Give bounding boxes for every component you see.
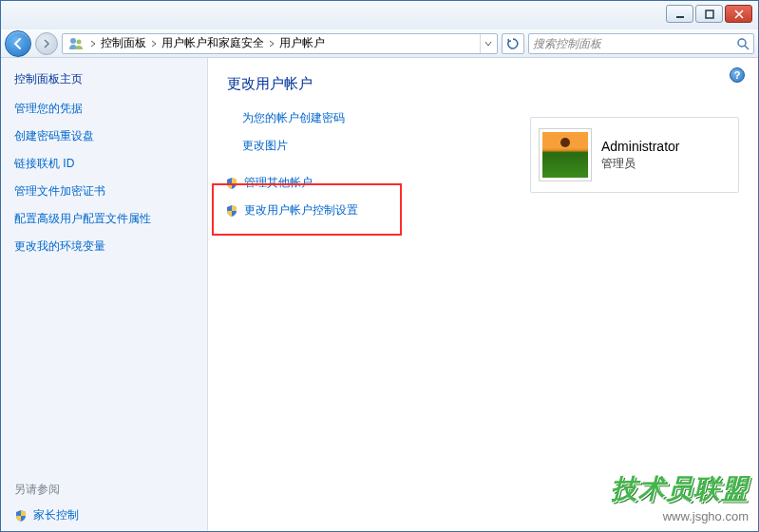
chevron-right-icon [268, 40, 275, 48]
close-button[interactable] [725, 5, 752, 23]
sidebar-footer-link[interactable]: 家长控制 [14, 507, 194, 523]
sidebar-link-credentials[interactable]: 管理您的凭据 [14, 101, 194, 117]
minimize-icon [675, 10, 685, 19]
svg-rect-1 [706, 10, 713, 18]
sidebar-link-password-reset[interactable]: 创建密码重设盘 [14, 128, 194, 144]
search-box[interactable] [528, 33, 754, 54]
help-button[interactable]: ? [730, 67, 745, 83]
link-label: 更改用户帐户控制设置 [244, 202, 358, 218]
page-heading: 更改用户帐户 [227, 75, 739, 93]
arrow-right-icon [42, 39, 51, 48]
maximize-button[interactable] [695, 5, 723, 23]
link-change-uac-settings[interactable]: 更改用户帐户控制设置 [225, 202, 739, 218]
sidebar-link-online-id[interactable]: 链接联机 ID [14, 156, 194, 172]
back-button[interactable] [5, 30, 31, 57]
shield-icon [225, 204, 238, 218]
refresh-icon [506, 37, 520, 50]
maximize-icon [705, 10, 714, 19]
content-area: 控制面板主页 管理您的凭据 创建密码重设盘 链接联机 ID 管理文件加密证书 配… [1, 58, 758, 531]
main-panel: ? 更改用户帐户 为您的帐户创建密码 更改图片 管理其他帐户 [208, 58, 758, 531]
sidebar-footer: 另请参阅 家长控制 [14, 482, 194, 523]
forward-button[interactable] [35, 32, 58, 55]
window-buttons [666, 5, 752, 23]
sidebar-footer-link-label: 家长控制 [33, 507, 79, 523]
address-bar[interactable]: 控制面板 用户帐户和家庭安全 用户帐户 [62, 33, 498, 54]
user-role: 管理员 [601, 156, 679, 172]
user-card: Administrator 管理员 [530, 117, 739, 193]
breadcrumb-item[interactable]: 用户帐户 [277, 35, 327, 51]
sidebar-link-file-encryption[interactable]: 管理文件加密证书 [14, 183, 194, 200]
svg-point-3 [77, 39, 82, 44]
navigation-bar: 控制面板 用户帐户和家庭安全 用户帐户 [1, 29, 758, 58]
username: Administrator [601, 139, 679, 154]
shield-icon [225, 177, 238, 190]
titlebar [1, 1, 758, 29]
shield-icon [14, 509, 28, 522]
user-info: Administrator 管理员 [601, 139, 679, 172]
breadcrumb-item[interactable]: 用户帐户和家庭安全 [160, 35, 266, 51]
arrow-left-icon [11, 37, 25, 50]
chevron-right-icon [150, 40, 158, 48]
sidebar-link-env-vars[interactable]: 更改我的环境变量 [14, 238, 194, 255]
user-accounts-icon [68, 36, 84, 51]
chevron-down-icon [484, 40, 492, 48]
search-icon [736, 37, 750, 50]
svg-rect-0 [676, 16, 684, 18]
link-label: 管理其他帐户 [244, 175, 313, 191]
avatar-image [542, 132, 588, 178]
address-dropdown[interactable] [480, 34, 495, 53]
see-also-label: 另请参阅 [14, 482, 194, 498]
breadcrumb-item[interactable]: 控制面板 [99, 35, 148, 51]
svg-point-4 [738, 39, 746, 47]
svg-point-2 [70, 38, 76, 44]
sidebar-link-advanced-profile[interactable]: 配置高级用户配置文件属性 [14, 211, 194, 227]
minimize-button[interactable] [666, 5, 693, 23]
refresh-button[interactable] [502, 33, 524, 54]
control-panel-window: 控制面板 用户帐户和家庭安全 用户帐户 控制面板主页 管理您的 [0, 0, 759, 532]
avatar [539, 128, 592, 181]
search-input[interactable] [533, 37, 736, 50]
chevron-right-icon [89, 40, 97, 48]
sidebar-title[interactable]: 控制面板主页 [14, 71, 194, 87]
link-label: 为您的帐户创建密码 [242, 110, 345, 126]
sidebar: 控制面板主页 管理您的凭据 创建密码重设盘 链接联机 ID 管理文件加密证书 配… [1, 58, 208, 531]
link-label: 更改图片 [242, 138, 288, 154]
close-icon [734, 10, 744, 19]
